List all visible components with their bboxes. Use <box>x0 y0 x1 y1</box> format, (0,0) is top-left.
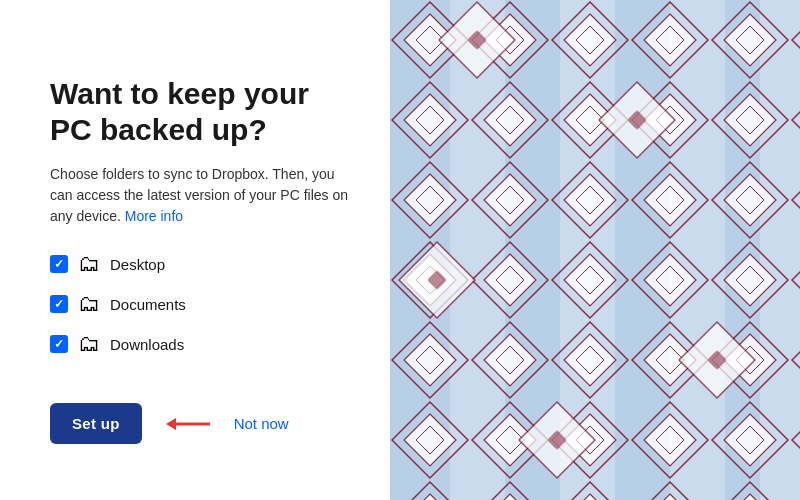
folder-icon: 🗂 <box>78 331 100 357</box>
list-item: ✓ 🗂 Desktop <box>50 251 350 277</box>
decorative-pattern <box>390 0 800 500</box>
red-arrow-icon <box>166 414 210 434</box>
list-item: ✓ 🗂 Documents <box>50 291 350 317</box>
svg-rect-10 <box>390 0 800 500</box>
main-container: Want to keep your PC backed up? Choose f… <box>0 0 800 500</box>
not-now-button[interactable]: Not now <box>234 415 289 432</box>
description-text: Choose folders to sync to Dropbox. Then,… <box>50 164 350 227</box>
list-item: ✓ 🗂 Downloads <box>50 331 350 357</box>
folder-name-downloads: Downloads <box>110 336 184 353</box>
right-panel <box>390 0 800 500</box>
more-info-link[interactable]: More info <box>125 208 183 224</box>
desktop-checkbox[interactable]: ✓ <box>50 255 68 273</box>
folder-icon: 🗂 <box>78 251 100 277</box>
documents-checkbox[interactable]: ✓ <box>50 295 68 313</box>
arrow-indicator <box>166 414 210 434</box>
folder-name-documents: Documents <box>110 296 186 313</box>
svg-marker-1 <box>166 418 176 430</box>
page-title: Want to keep your PC backed up? <box>50 76 350 148</box>
left-panel: Want to keep your PC backed up? Choose f… <box>0 0 390 500</box>
folder-list: ✓ 🗂 Desktop ✓ 🗂 Documents ✓ 🗂 Downloads <box>50 251 350 371</box>
downloads-checkbox[interactable]: ✓ <box>50 335 68 353</box>
folder-name-desktop: Desktop <box>110 256 165 273</box>
setup-button[interactable]: Set up <box>50 403 142 444</box>
folder-icon: 🗂 <box>78 291 100 317</box>
actions-bar: Set up Not now <box>50 403 350 444</box>
